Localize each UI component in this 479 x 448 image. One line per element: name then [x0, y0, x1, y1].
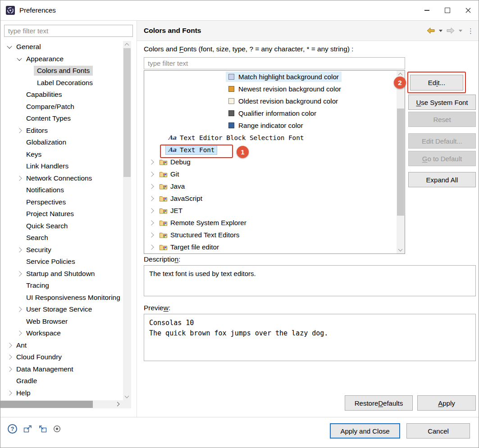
sidebar-item-user-storage-service[interactable]: User Storage Service	[0, 303, 123, 316]
sidebar-item-service-policies[interactable]: Service Policies	[0, 256, 123, 268]
sidebar-item-search[interactable]: Search	[0, 232, 123, 244]
scroll-up-icon[interactable]	[398, 73, 403, 77]
sidebar-horizontal-scrollbar[interactable]	[0, 400, 123, 408]
tree-chevron-icon[interactable]	[7, 44, 12, 49]
sidebar-item-capabilities[interactable]: Capabilities	[0, 89, 123, 101]
colors-fonts-item-match-highlight-background-color[interactable]: Match highlight background color	[144, 71, 397, 83]
use-system-font-button[interactable]: Use System Font	[408, 95, 476, 110]
sidebar-item-startup-and-shutdown[interactable]: Startup and Shutdown	[0, 268, 123, 280]
sidebar-vertical-scrollbar[interactable]	[123, 41, 131, 400]
colors-fonts-item-text-editor-block-selection-font[interactable]: Aa Text Editor Block Selection Font	[144, 131, 397, 144]
scroll-right-icon[interactable]	[115, 402, 120, 407]
panel-divider[interactable]	[137, 21, 137, 417]
tree-chevron-icon[interactable]	[17, 307, 22, 312]
forward-button[interactable]	[447, 27, 455, 34]
import-preferences-button[interactable]	[38, 425, 47, 433]
edit-button[interactable]: Edit...	[410, 75, 463, 91]
colors-fonts-item-range-indicator-color[interactable]: Range indicator color	[144, 119, 397, 131]
tree-chevron-icon[interactable]	[7, 343, 12, 348]
sidebar-item-project-natures[interactable]: Project Natures	[0, 208, 123, 220]
sidebar-item-label-decorations[interactable]: Label Decorations	[0, 77, 123, 89]
tree-chevron-icon[interactable]	[17, 128, 22, 133]
reset-button[interactable]: Reset	[408, 112, 476, 127]
sidebar-item-gradle[interactable]: Gradle	[0, 375, 123, 387]
sidebar-item-tracing[interactable]: Tracing	[0, 280, 123, 292]
tree-chevron-icon[interactable]	[7, 367, 12, 371]
sidebar-item-notifications[interactable]: Notifications	[0, 184, 123, 196]
colors-fonts-item-debug[interactable]: Debug	[144, 156, 397, 168]
back-dropdown-icon[interactable]	[439, 30, 443, 32]
sidebar-item-workspace[interactable]: Workspace	[0, 327, 123, 339]
scroll-up-icon[interactable]	[125, 43, 129, 48]
apply-and-close-button[interactable]: Apply and Close	[330, 423, 400, 439]
sidebar-item-security[interactable]: Security	[0, 244, 123, 256]
sidebar-item-perspectives[interactable]: Perspectives	[0, 196, 123, 208]
tree-chevron-icon[interactable]	[7, 355, 12, 360]
export-preferences-button[interactable]	[23, 425, 32, 433]
expand-chevron-icon[interactable]	[149, 244, 154, 249]
scrollbar-thumb[interactable]	[397, 109, 404, 216]
forward-dropdown-icon[interactable]	[459, 30, 462, 32]
sidebar-item-ui-responsiveness-monitoring[interactable]: UI Responsiveness Monitoring	[0, 292, 123, 304]
tree-chevron-icon[interactable]	[17, 176, 22, 181]
scrollbar-thumb[interactable]	[123, 48, 131, 177]
colors-fonts-item-jet[interactable]: JET	[144, 204, 397, 217]
sidebar-item-cloud-foundry[interactable]: Cloud Foundry	[0, 351, 123, 363]
go-to-default-button[interactable]: Go to Default	[408, 151, 476, 166]
scrollbar-thumb[interactable]	[0, 401, 93, 408]
colors-fonts-item-java[interactable]: Java	[144, 180, 397, 192]
record-preferences-button[interactable]	[53, 425, 61, 433]
colors-fonts-item-javascript[interactable]: JavaScript	[144, 192, 397, 204]
expand-chevron-icon[interactable]	[149, 184, 154, 189]
maximize-button[interactable]	[437, 0, 458, 20]
sidebar-item-appearance[interactable]: Appearance	[0, 53, 123, 65]
expand-chevron-icon[interactable]	[149, 196, 154, 201]
tree-chevron-icon[interactable]	[17, 56, 22, 61]
sidebar-item-colors-and-fonts[interactable]: Colors and Fonts	[0, 65, 123, 77]
colors-fonts-item-qualifier-information-color[interactable]: Qualifier information color	[144, 107, 397, 119]
sidebar-item-quick-search[interactable]: Quick Search	[0, 220, 123, 232]
expand-chevron-icon[interactable]	[149, 208, 154, 213]
colors-fonts-item-structured-text-editors[interactable]: Structured Text Editors	[144, 229, 397, 241]
sidebar-filter-input[interactable]	[4, 25, 133, 37]
scroll-down-icon[interactable]	[125, 394, 129, 398]
sidebar-item-web-browser[interactable]: Web Browser	[0, 316, 123, 328]
cancel-button[interactable]: Cancel	[406, 423, 470, 439]
sidebar-item-general[interactable]: General	[0, 41, 123, 53]
tree-chevron-icon[interactable]	[17, 247, 22, 252]
help-button[interactable]: ?	[8, 424, 17, 434]
back-button[interactable]	[427, 27, 435, 34]
minimize-button[interactable]	[416, 0, 437, 20]
sidebar-item-editors[interactable]: Editors	[0, 125, 123, 137]
colors-fonts-item-newest-revision-background-color[interactable]: Newest revision background color	[144, 83, 397, 95]
sidebar-item-globalization[interactable]: Globalization	[0, 136, 123, 149]
sidebar-item-ant[interactable]: Ant	[0, 339, 123, 352]
view-menu-icon[interactable]	[466, 27, 475, 34]
colors-fonts-item-text-font[interactable]: Aa Text Font	[144, 144, 397, 156]
close-button[interactable]	[458, 0, 479, 20]
sidebar-item-compare-patch[interactable]: Compare/Patch	[0, 101, 123, 113]
sidebar-item-data-management[interactable]: Data Management	[0, 363, 123, 376]
tree-chevron-icon[interactable]	[17, 271, 22, 276]
colors-fonts-item-oldest-revision-background-color[interactable]: Oldest revision background color	[144, 95, 397, 107]
apply-button[interactable]: Apply	[417, 395, 476, 411]
colors-fonts-item-remote-system-explorer[interactable]: Remote System Explorer	[144, 217, 397, 229]
tree-chevron-icon[interactable]	[17, 331, 22, 336]
restore-defaults-button[interactable]: Restore Defaults	[345, 395, 413, 411]
list-vertical-scrollbar[interactable]	[397, 71, 405, 253]
sidebar-item-content-types[interactable]: Content Types	[0, 113, 123, 125]
edit-default-button[interactable]: Edit Default...	[408, 133, 476, 149]
expand-all-button[interactable]: Expand All	[408, 172, 476, 187]
colors-fonts-item-target-file-editor[interactable]: Target file editor	[144, 241, 397, 253]
sidebar-item-link-handlers[interactable]: Link Handlers	[0, 160, 123, 172]
expand-chevron-icon[interactable]	[149, 159, 154, 164]
sidebar-item-keys[interactable]: Keys	[0, 149, 123, 161]
scroll-down-icon[interactable]	[398, 247, 403, 252]
sidebar-item-network-connections[interactable]: Network Connections	[0, 172, 123, 185]
sidebar-item-help[interactable]: Help	[0, 387, 123, 399]
expand-chevron-icon[interactable]	[149, 172, 154, 176]
expand-chevron-icon[interactable]	[149, 220, 154, 225]
tree-chevron-icon[interactable]	[7, 390, 12, 395]
expand-chevron-icon[interactable]	[149, 232, 154, 237]
colors-fonts-filter-input[interactable]	[144, 57, 405, 69]
